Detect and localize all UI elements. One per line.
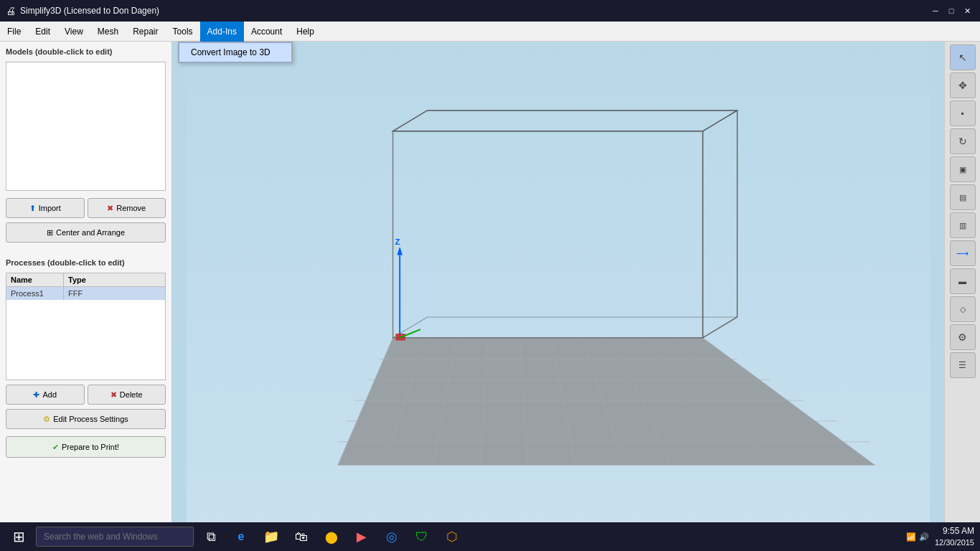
left-panel: Models (double-click to edit) ⬆ Import ✖… [0, 42, 172, 522]
minimize-button[interactable]: ─ [928, 4, 943, 18]
select-cursor-button[interactable]: ↖ [950, 44, 976, 70]
explorer-icon[interactable]: 📁 [258, 524, 284, 550]
col-header-type: Type [64, 273, 165, 286]
edit-process-icon: ⚙ [43, 415, 50, 424]
prepare-to-print-button[interactable]: ✔ Prepare to Print! [6, 436, 166, 458]
taskbar-right: 📶 🔊 9:55 AM 12/30/2015 [906, 525, 974, 548]
3d-scene: Z [172, 42, 944, 522]
taskbar: ⊞ ⧉ e 📁 🛍 ⬤ ▶ ◎ 🛡 ⬡ 📶 🔊 9:55 AM 12/30/20… [0, 522, 980, 551]
col-header-name: Name [6, 273, 64, 286]
main-area: Models (double-click to edit) ⬆ Import ✖… [0, 42, 980, 522]
delete-process-button[interactable]: ✖ Delete [88, 385, 166, 405]
remove-button[interactable]: ✖ Remove [88, 198, 166, 218]
flat-shading-button[interactable]: ▬ [950, 268, 976, 294]
top-view-button[interactable]: ▣ [950, 156, 976, 182]
addins-dropdown: Convert Image to 3D [178, 42, 293, 63]
front-view-button[interactable]: ▤ [950, 184, 976, 210]
table-header: Name Type [6, 273, 165, 287]
axis-button[interactable]: ⟶ [950, 240, 976, 266]
table-row[interactable]: Process1 FFF [6, 287, 165, 300]
app-icon-9[interactable]: ⬡ [439, 524, 465, 550]
app-title: Simplify3D (Licensed to Don Dagen) [20, 6, 159, 16]
remove-icon: ✖ [107, 204, 113, 213]
menu-repair[interactable]: Repair [126, 22, 165, 42]
import-button[interactable]: ⬆ Import [6, 198, 85, 218]
rotate-button[interactable]: ↻ [950, 128, 976, 154]
processes-section-label: Processes (double-click to edit) [6, 258, 166, 267]
viewport[interactable]: Z ↖ ✥ ▪ ↻ ▣ ▤ ▥ ⟶ ▬ ◇ ⚙ ☰ [172, 42, 980, 522]
maximize-button[interactable]: □ [944, 4, 958, 18]
models-list[interactable] [6, 62, 166, 191]
menu-account[interactable]: Account [244, 22, 289, 42]
titlebar: 🖨 Simplify3D (Licensed to Don Dagen) ─ □… [0, 0, 980, 22]
center-arrange-icon: ⊞ [47, 228, 53, 237]
svg-text:Z: Z [395, 237, 400, 246]
media-icon[interactable]: ▶ [349, 524, 374, 550]
add-icon: ✚ [33, 390, 39, 400]
iso-view-button[interactable]: ◇ [950, 296, 976, 322]
titlebar-controls: ─ □ ✕ [928, 4, 974, 18]
edge-icon[interactable]: e [228, 524, 254, 550]
menu-addins[interactable]: Add-Ins [200, 22, 244, 42]
process-type: FFF [64, 287, 165, 300]
menu-file[interactable]: File [0, 22, 28, 42]
task-view-button[interactable]: ⧉ [198, 524, 224, 550]
menu-tools[interactable]: Tools [166, 22, 200, 42]
process-name: Process1 [6, 287, 64, 300]
taskbar-datetime: 9:55 AM 12/30/2015 [935, 525, 974, 548]
import-icon: ⬆ [29, 204, 36, 213]
store-icon[interactable]: 🛍 [288, 524, 314, 550]
settings-button[interactable]: ⚙ [950, 324, 976, 350]
edit-process-settings-button[interactable]: ⚙ Edit Process Settings [6, 409, 166, 429]
menu-help[interactable]: Help [289, 22, 321, 42]
right-toolbar: ↖ ✥ ▪ ↻ ▣ ▤ ▥ ⟶ ▬ ◇ ⚙ ☰ [944, 42, 980, 522]
side-view-button[interactable]: ▥ [950, 212, 976, 238]
close-button[interactable]: ✕ [960, 4, 974, 18]
menu-view[interactable]: View [57, 22, 90, 42]
volume-icon: 🔊 [919, 532, 929, 542]
start-button[interactable]: ⊞ [6, 524, 32, 550]
models-section-label: Models (double-click to edit) [6, 47, 166, 56]
delete-icon: ✖ [110, 390, 117, 400]
add-process-button[interactable]: ✚ Add [6, 385, 85, 405]
menu-edit[interactable]: Edit [28, 22, 57, 42]
search-input[interactable] [36, 527, 194, 547]
titlebar-left: 🖨 Simplify3D (Licensed to Don Dagen) [6, 5, 159, 17]
processes-table: Name Type Process1 FFF [6, 273, 166, 380]
ie-icon[interactable]: ◎ [379, 524, 405, 550]
chrome-icon[interactable]: ⬤ [319, 524, 344, 550]
screenshot-button[interactable]: ▪ [950, 100, 976, 126]
kaspersky-icon[interactable]: 🛡 [409, 524, 435, 550]
menu-mesh[interactable]: Mesh [90, 22, 126, 42]
move-button[interactable]: ✥ [950, 72, 976, 98]
layers-button[interactable]: ☰ [950, 352, 976, 378]
center-arrange-button[interactable]: ⊞ Center and Arrange [6, 222, 166, 242]
network-icon: 📶 [906, 532, 916, 542]
menubar: File Edit View Mesh Repair Tools Add-Ins… [0, 22, 980, 42]
model-buttons-row: ⬆ Import ✖ Remove [6, 198, 166, 218]
app-icon: 🖨 [6, 5, 16, 17]
prepare-icon: ✔ [52, 443, 59, 452]
process-buttons-row: ✚ Add ✖ Delete [6, 385, 166, 405]
convert-image-item[interactable]: Convert Image to 3D [179, 42, 292, 62]
